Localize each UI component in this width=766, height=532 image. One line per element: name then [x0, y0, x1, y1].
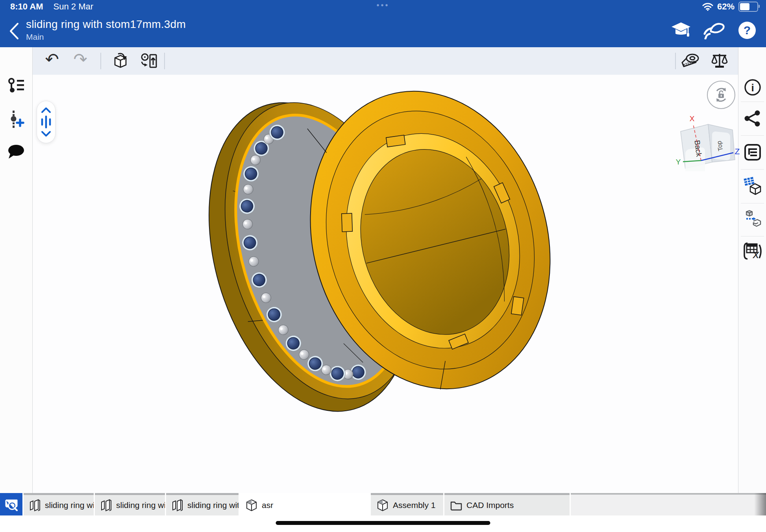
sliders-icon	[40, 115, 52, 129]
fx-table-icon: x	[743, 242, 762, 260]
redo-button[interactable]: ↷	[70, 50, 91, 72]
right-sidebar: i	[738, 47, 766, 493]
configurations-button[interactable]	[741, 174, 764, 198]
home-indicator[interactable]	[276, 521, 490, 525]
tab-scroll-shadow	[754, 493, 766, 515]
battery-percent: 62%	[717, 2, 735, 12]
search-tabs-button[interactable]	[0, 493, 22, 515]
info-button[interactable]: i	[741, 76, 764, 99]
tab-cad-imports[interactable]: CAD Imports	[444, 493, 570, 515]
svg-text:Y: Y	[676, 158, 681, 166]
add-item-button[interactable]	[5, 108, 27, 130]
balance-scale-icon	[710, 52, 729, 70]
status-overflow-dots[interactable]: •••	[376, 1, 389, 10]
learn-button[interactable]	[671, 20, 691, 41]
box-arrow-icon	[112, 52, 129, 70]
rotate-extrude-icon	[140, 52, 158, 70]
home-area	[0, 515, 766, 532]
folder-icon	[450, 500, 463, 511]
ring-model	[33, 75, 738, 493]
rotation-lock-button[interactable]	[707, 81, 735, 109]
chat-bubble-icon	[7, 144, 25, 160]
pill-up-button[interactable]	[39, 105, 53, 115]
design-file-icon	[29, 499, 41, 512]
document-tab-bar: sliding ring with st... sliding ring wit…	[0, 493, 766, 515]
tab-assembly-1[interactable]: Assembly 1	[371, 493, 443, 515]
info-icon: i	[744, 78, 762, 96]
tab-label: CAD Imports	[466, 501, 514, 510]
back-chevron-icon	[9, 22, 19, 40]
share-button[interactable]	[741, 107, 764, 130]
revolve-tool-button[interactable]	[138, 50, 159, 72]
pill-down-button[interactable]	[39, 129, 53, 139]
title-block: sliding ring with stom17mm.3dm Main	[26, 18, 186, 42]
undo-button[interactable]: ↶	[41, 50, 63, 72]
document-title: sliding ring with stom17mm.3dm	[26, 18, 186, 31]
canvas-toolbar: ↶ ↷	[33, 47, 738, 75]
tab-label: sliding ring with st...	[45, 501, 94, 510]
status-date: Sun 2 Mar	[54, 2, 94, 12]
weight-button[interactable]	[709, 50, 730, 72]
back-button[interactable]	[6, 20, 23, 42]
wifi-icon	[702, 2, 713, 11]
paste-body-button[interactable]	[110, 50, 131, 72]
svg-text:Z: Z	[735, 147, 740, 156]
grid-cube-icon	[743, 177, 762, 196]
graduation-cap-icon	[671, 22, 691, 39]
pencil-connect-icon	[703, 21, 725, 39]
svg-text:X: X	[690, 115, 695, 123]
tab-design-2[interactable]: sliding ring with st...	[95, 493, 165, 515]
variables-button[interactable]: x	[741, 239, 764, 263]
tab-asr-active[interactable]: asr	[240, 493, 370, 515]
comments-button[interactable]	[5, 141, 27, 163]
left-sidebar	[0, 47, 33, 493]
tab-design-1[interactable]: sliding ring with st...	[24, 493, 94, 515]
tab-label: sliding ring with st...	[116, 501, 165, 510]
svg-text:i: i	[751, 82, 754, 94]
redo-icon: ↷	[73, 51, 87, 68]
export-body-button[interactable]	[741, 207, 764, 231]
search-in-frame-icon	[4, 498, 19, 511]
measure-tape-icon	[681, 52, 700, 70]
tab-bar-filler	[571, 493, 766, 515]
undo-icon: ↶	[45, 51, 59, 68]
tab-design-3[interactable]: sliding ring with st...	[166, 493, 239, 515]
header: sliding ring with stom17mm.3dm Main	[0, 13, 766, 47]
battery-icon	[738, 2, 758, 12]
cube-convert-icon	[743, 209, 762, 228]
status-time: 8:10 AM	[10, 2, 43, 12]
adjust-sliders-button[interactable]	[39, 117, 53, 127]
model-viewport[interactable]: Back Top X Y Z	[33, 75, 738, 493]
share-icon	[744, 110, 761, 127]
tab-label: sliding ring with st...	[187, 501, 239, 510]
design-file-icon	[100, 499, 112, 512]
help-button[interactable]: ?	[737, 20, 757, 41]
design-file-icon	[172, 499, 183, 512]
pencil-connect-button[interactable]	[704, 20, 724, 41]
document-subtitle: Main	[26, 32, 186, 42]
section-view-pill	[37, 101, 56, 143]
help-icon: ?	[738, 22, 756, 39]
view-cube[interactable]: Back Top X Y Z	[670, 114, 740, 171]
tab-label: Assembly 1	[393, 501, 436, 510]
assembly-icon	[376, 499, 389, 512]
svg-text:x: x	[752, 248, 759, 260]
outline-list-icon	[744, 143, 762, 161]
history-tree-button[interactable]	[5, 75, 27, 97]
measure-button[interactable]	[680, 50, 701, 72]
history-tree-icon	[7, 78, 25, 94]
status-bar: 8:10 AM Sun 2 Mar ••• 62%	[0, 0, 766, 13]
tab-label: asr	[262, 501, 273, 510]
rotation-lock-icon	[712, 86, 730, 103]
assembly-icon	[245, 499, 258, 512]
add-item-icon	[8, 110, 24, 128]
items-panel-button[interactable]	[741, 140, 764, 164]
